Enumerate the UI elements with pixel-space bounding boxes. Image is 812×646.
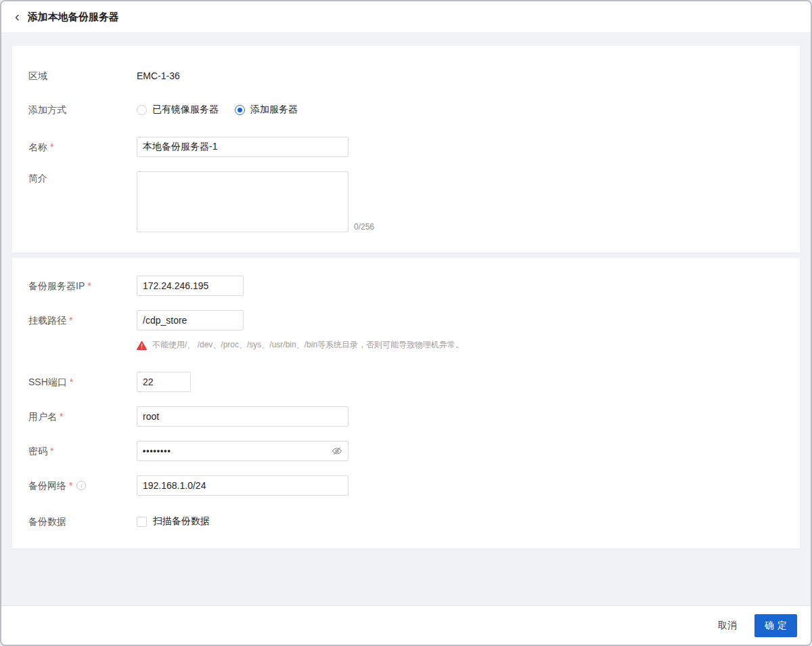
add-method-label-text: 添加方式 [28, 103, 66, 116]
server-ip-label-text: 备份服务器IP [28, 276, 85, 296]
mount-path-field: 不能使用/、 /dev、/proc、/sys、/usr/bin、/bin等系统目… [137, 310, 464, 354]
char-counter: 0/256 [354, 221, 374, 232]
radio-add-server[interactable]: 添加服务器 [235, 104, 298, 116]
back-icon[interactable]: ‹ [15, 9, 20, 23]
ssh-port-label: SSH端口 * [28, 372, 137, 392]
info-icon[interactable]: i [76, 481, 86, 490]
add-local-backup-server-page: ‹ 添加本地备份服务器 区域 EMC-1-36 添加方式 已有镜像服务器 [0, 0, 812, 646]
region-label: 区域 [28, 69, 137, 83]
add-method-row: 添加方式 已有镜像服务器 添加服务器 [28, 103, 784, 116]
region-label-text: 区域 [28, 69, 47, 83]
name-label-text: 名称 [28, 137, 47, 157]
username-row: 用户名 * [28, 406, 784, 427]
required-mark: * [87, 276, 91, 296]
backup-network-row: 备份网络 * i [28, 475, 784, 496]
basic-info-card: 区域 EMC-1-36 添加方式 已有镜像服务器 添加服务器 [12, 46, 800, 253]
name-row: 名称 * [28, 137, 784, 157]
username-input[interactable] [137, 406, 348, 427]
username-label-text: 用户名 [28, 406, 57, 427]
required-mark: * [70, 372, 73, 392]
description-label: 简介 [28, 171, 137, 185]
password-field [137, 441, 348, 461]
description-label-text: 简介 [28, 171, 47, 185]
page-title: 添加本地备份服务器 [28, 11, 119, 24]
mount-path-input[interactable] [137, 310, 244, 330]
description-field: 0/256 [137, 171, 374, 232]
password-row: 密码 * [28, 441, 784, 461]
server-info-card: 备份服务器IP * 挂载路径 * [12, 258, 800, 548]
checkbox-unchecked-icon [137, 517, 147, 527]
radio-add-server-label: 添加服务器 [250, 104, 298, 116]
radio-selected-icon [235, 105, 245, 115]
region-value: EMC-1-36 [137, 69, 180, 83]
backup-data-label-text: 备份数据 [28, 515, 66, 528]
mount-path-row: 挂载路径 * 不能使用/、 /dev、/proc、/sys、/usr/bin、/… [28, 310, 784, 354]
radio-unselected-icon [137, 105, 147, 115]
server-ip-row: 备份服务器IP * [28, 276, 784, 296]
name-input[interactable] [137, 137, 348, 157]
warning-triangle-icon [137, 341, 147, 350]
backup-data-row: 备份数据 扫描备份数据 [28, 515, 784, 528]
required-mark: * [50, 441, 53, 461]
backup-network-label-text: 备份网络 [28, 475, 66, 496]
required-mark: * [69, 310, 72, 330]
backup-data-label: 备份数据 [28, 515, 137, 528]
scan-backup-data-checkbox[interactable]: 扫描备份数据 [137, 515, 210, 527]
required-mark: * [69, 475, 72, 496]
form-content: 区域 EMC-1-36 添加方式 已有镜像服务器 添加服务器 [1, 34, 811, 605]
scan-backup-data-label: 扫描备份数据 [153, 515, 210, 527]
radio-existing-image-server[interactable]: 已有镜像服务器 [137, 104, 219, 116]
add-method-radio-group: 已有镜像服务器 添加服务器 [137, 104, 298, 116]
confirm-button[interactable]: 确定 [754, 614, 797, 637]
ssh-port-input[interactable] [137, 372, 191, 392]
eye-off-icon[interactable] [332, 446, 342, 456]
description-row: 简介 0/256 [28, 171, 784, 232]
backup-network-label: 备份网络 * i [28, 475, 137, 496]
page-header: ‹ 添加本地备份服务器 [1, 1, 811, 33]
description-textarea[interactable] [137, 171, 348, 232]
required-mark: * [60, 406, 63, 427]
region-row: 区域 EMC-1-36 [28, 69, 784, 83]
password-label: 密码 * [28, 441, 137, 461]
name-label: 名称 * [28, 137, 137, 157]
password-input[interactable] [137, 441, 348, 461]
username-label: 用户名 * [28, 406, 137, 427]
mount-path-label: 挂载路径 * [28, 310, 137, 330]
page-footer: 取消 确定 [1, 605, 811, 645]
backup-network-input[interactable] [137, 475, 348, 496]
warning-text: 不能使用/、 /dev、/proc、/sys、/usr/bin、/bin等系统目… [152, 339, 464, 351]
server-ip-label: 备份服务器IP * [28, 276, 137, 296]
radio-existing-image-server-label: 已有镜像服务器 [152, 104, 219, 116]
add-method-label: 添加方式 [28, 103, 137, 116]
mount-path-warning: 不能使用/、 /dev、/proc、/sys、/usr/bin、/bin等系统目… [137, 339, 464, 351]
cancel-button[interactable]: 取消 [718, 620, 737, 632]
mount-path-label-text: 挂载路径 [28, 310, 66, 330]
password-label-text: 密码 [28, 441, 47, 461]
ssh-port-label-text: SSH端口 [28, 372, 67, 392]
ssh-port-row: SSH端口 * [28, 372, 784, 392]
server-ip-input[interactable] [137, 276, 244, 296]
required-mark: * [50, 137, 53, 157]
